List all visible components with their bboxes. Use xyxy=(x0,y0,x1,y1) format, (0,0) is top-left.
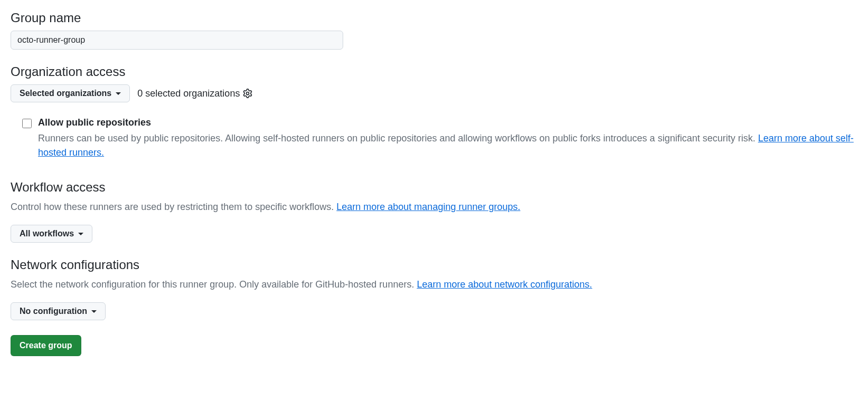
group-name-heading: Group name xyxy=(11,11,857,25)
allow-public-repos-row: Allow public repositories Runners can be… xyxy=(11,117,857,165)
gear-icon[interactable] xyxy=(243,89,252,98)
organization-access-section: Organization access Selected organizatio… xyxy=(11,64,857,165)
network-config-description-text: Select the network configuration for thi… xyxy=(11,279,417,290)
network-config-description: Select the network configuration for thi… xyxy=(11,278,857,292)
group-name-input[interactable] xyxy=(11,31,343,50)
network-config-section: Network configurations Select the networ… xyxy=(11,257,857,320)
workflow-access-description-text: Control how these runners are used by re… xyxy=(11,202,336,212)
chevron-down-icon xyxy=(91,310,97,313)
allow-public-repos-checkbox[interactable] xyxy=(22,119,32,128)
chevron-down-icon xyxy=(78,233,83,235)
allow-public-repos-label: Allow public repositories xyxy=(38,117,857,128)
allow-public-repos-content: Allow public repositories Runners can be… xyxy=(38,117,857,165)
selected-count-text: 0 selected organizations xyxy=(137,88,240,99)
organization-access-heading: Organization access xyxy=(11,64,857,79)
workflow-access-section: Workflow access Control how these runner… xyxy=(11,180,857,243)
learn-more-network-config-link[interactable]: Learn more about network configurations. xyxy=(417,279,592,290)
allow-public-repos-description-text: Runners can be used by public repositori… xyxy=(38,133,758,144)
workflow-access-dropdown-label: All workflows xyxy=(20,229,74,238)
network-config-dropdown[interactable]: No configuration xyxy=(11,302,106,320)
selected-organizations-count: 0 selected organizations xyxy=(137,88,252,99)
learn-more-runner-groups-link[interactable]: Learn more about managing runner groups. xyxy=(336,202,520,212)
allow-public-repos-description: Runners can be used by public repositori… xyxy=(38,131,857,160)
network-config-dropdown-label: No configuration xyxy=(20,307,87,316)
workflow-access-heading: Workflow access xyxy=(11,180,857,195)
workflow-access-description: Control how these runners are used by re… xyxy=(11,200,857,214)
create-group-button[interactable]: Create group xyxy=(11,335,81,356)
network-config-heading: Network configurations xyxy=(11,257,857,272)
organization-access-dropdown[interactable]: Selected organizations xyxy=(11,84,130,102)
workflow-access-dropdown[interactable]: All workflows xyxy=(11,225,92,243)
organization-access-row: Selected organizations 0 selected organi… xyxy=(11,84,857,102)
organization-access-dropdown-label: Selected organizations xyxy=(20,89,111,98)
group-name-section: Group name xyxy=(11,11,857,50)
chevron-down-icon xyxy=(116,92,121,95)
